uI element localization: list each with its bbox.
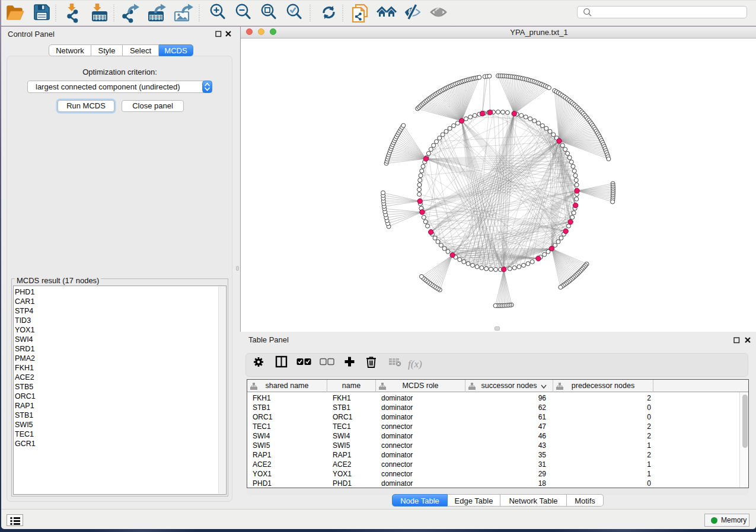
svg-text:f(x): f(x) (408, 358, 422, 370)
